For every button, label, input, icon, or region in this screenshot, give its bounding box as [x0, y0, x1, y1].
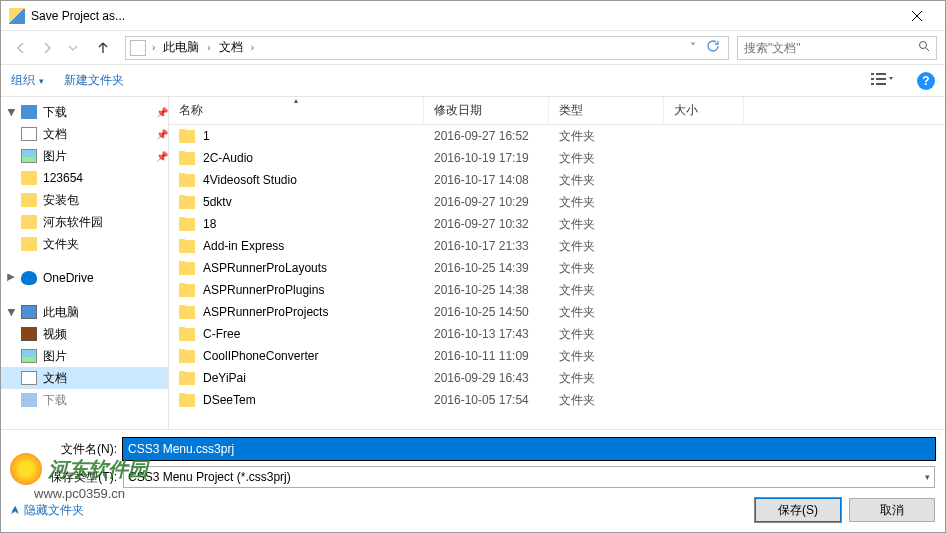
- search-input[interactable]: [744, 41, 918, 55]
- file-list[interactable]: ▴名称 修改日期 类型 大小 12016-09-27 16:52文件夹2C-Au…: [169, 97, 945, 429]
- chevron-down-icon: [68, 43, 78, 53]
- sidebar-item-123654[interactable]: 123654: [1, 167, 168, 189]
- list-header: ▴名称 修改日期 类型 大小: [169, 97, 945, 125]
- downloads-icon: [21, 393, 37, 407]
- folder-icon: [21, 193, 37, 207]
- file-name: ASPRunnerProProjects: [203, 305, 328, 319]
- file-type: 文件夹: [549, 260, 664, 277]
- file-type: 文件夹: [549, 370, 664, 387]
- sidebar-item-install[interactable]: 安装包: [1, 189, 168, 211]
- file-name: ASPRunnerProLayouts: [203, 261, 327, 275]
- file-type: 文件夹: [549, 392, 664, 409]
- breadcrumb-dropdown[interactable]: ˅: [686, 41, 700, 55]
- file-date: 2016-10-11 11:09: [424, 349, 549, 363]
- picture-icon: [21, 149, 37, 163]
- sidebar-item-onedrive[interactable]: ⯈OneDrive: [1, 267, 168, 289]
- list-item[interactable]: 4Videosoft Studio2016-10-17 14:08文件夹: [169, 169, 945, 191]
- filetype-select[interactable]: CSS3 Menu Project (*.css3prj) ▾: [123, 466, 935, 488]
- sidebar[interactable]: ⯆下载📌 文档📌 图片📌 123654 安装包 河东软件园 文件夹 ⯈OneDr…: [1, 97, 169, 429]
- sidebar-item-pictures[interactable]: 图片📌: [1, 145, 168, 167]
- svg-rect-5: [871, 83, 874, 85]
- file-date: 2016-09-27 10:32: [424, 217, 549, 231]
- window-title: Save Project as...: [31, 9, 897, 23]
- refresh-button[interactable]: [702, 39, 724, 56]
- sidebar-item-folder[interactable]: 文件夹: [1, 233, 168, 255]
- chevron-right-icon: ›: [247, 42, 258, 53]
- file-date: 2016-10-25 14:38: [424, 283, 549, 297]
- file-date: 2016-10-17 14:08: [424, 173, 549, 187]
- column-name[interactable]: ▴名称: [169, 97, 424, 124]
- list-item[interactable]: ASPRunnerProProjects2016-10-25 14:50文件夹: [169, 301, 945, 323]
- breadcrumb[interactable]: › 此电脑 › 文档 › ˅: [125, 36, 729, 60]
- file-name: DeYiPai: [203, 371, 246, 385]
- nav-forward-button[interactable]: [35, 36, 59, 60]
- file-type: 文件夹: [549, 326, 664, 343]
- column-size[interactable]: 大小: [664, 97, 744, 124]
- file-name: 2C-Audio: [203, 151, 253, 165]
- location-icon: [130, 40, 146, 56]
- list-item[interactable]: CoolIPhoneConverter2016-10-11 11:09文件夹: [169, 345, 945, 367]
- new-folder-button[interactable]: 新建文件夹: [64, 72, 124, 89]
- document-icon: [21, 127, 37, 141]
- cancel-button[interactable]: 取消: [849, 498, 935, 522]
- sidebar-item-docs2[interactable]: 文档: [1, 367, 168, 389]
- file-type: 文件夹: [549, 282, 664, 299]
- view-button[interactable]: [867, 70, 897, 91]
- folder-icon: [179, 394, 195, 407]
- folder-icon: [21, 237, 37, 251]
- sidebar-item-thispc[interactable]: ⯆此电脑: [1, 301, 168, 323]
- file-name: Add-in Express: [203, 239, 284, 253]
- breadcrumb-thispc[interactable]: 此电脑: [161, 39, 201, 56]
- hide-folders-button[interactable]: ⮝ 隐藏文件夹: [11, 502, 84, 519]
- sidebar-item-docs[interactable]: 文档📌: [1, 123, 168, 145]
- list-item[interactable]: DeYiPai2016-09-29 16:43文件夹: [169, 367, 945, 389]
- arrow-left-icon: [13, 40, 29, 56]
- sort-asc-icon: ▴: [294, 97, 298, 105]
- folder-icon: [21, 215, 37, 229]
- help-button[interactable]: ?: [917, 72, 935, 90]
- list-item[interactable]: DSeeTem2016-10-05 17:54文件夹: [169, 389, 945, 411]
- search-box[interactable]: [737, 36, 937, 60]
- nav-recent-button[interactable]: [61, 36, 85, 60]
- chevron-down-icon: ▾: [39, 76, 44, 86]
- sidebar-item-video[interactable]: 视频: [1, 323, 168, 345]
- thispc-icon: [21, 305, 37, 319]
- list-item[interactable]: 12016-09-27 16:52文件夹: [169, 125, 945, 147]
- file-type: 文件夹: [549, 172, 664, 189]
- sidebar-item-downloads2[interactable]: 下载: [1, 389, 168, 411]
- folder-icon: [179, 306, 195, 319]
- list-item[interactable]: 182016-09-27 10:32文件夹: [169, 213, 945, 235]
- filetype-value: CSS3 Menu Project (*.css3prj): [128, 470, 291, 484]
- sidebar-item-hedong[interactable]: 河东软件园: [1, 211, 168, 233]
- close-button[interactable]: [897, 2, 937, 30]
- list-item[interactable]: 5dktv2016-09-27 10:29文件夹: [169, 191, 945, 213]
- folder-icon: [179, 328, 195, 341]
- list-item[interactable]: ASPRunnerProPlugins2016-10-25 14:38文件夹: [169, 279, 945, 301]
- list-item[interactable]: 2C-Audio2016-10-19 17:19文件夹: [169, 147, 945, 169]
- pin-icon: 📌: [156, 151, 168, 162]
- app-icon: [9, 8, 25, 24]
- list-item[interactable]: C-Free2016-10-13 17:43文件夹: [169, 323, 945, 345]
- svg-rect-3: [871, 78, 874, 80]
- file-name: 18: [203, 217, 216, 231]
- list-item[interactable]: Add-in Express2016-10-17 21:33文件夹: [169, 235, 945, 257]
- search-icon: [918, 40, 930, 55]
- downloads-icon: [21, 105, 37, 119]
- nav-back-button[interactable]: [9, 36, 33, 60]
- expand-icon: ⯆: [7, 307, 16, 317]
- video-icon: [21, 327, 37, 341]
- column-date[interactable]: 修改日期: [424, 97, 549, 124]
- sidebar-item-pictures2[interactable]: 图片: [1, 345, 168, 367]
- file-type: 文件夹: [549, 150, 664, 167]
- column-type[interactable]: 类型: [549, 97, 664, 124]
- save-button[interactable]: 保存(S): [755, 498, 841, 522]
- breadcrumb-docs[interactable]: 文档: [217, 39, 245, 56]
- folder-icon: [179, 262, 195, 275]
- nav-up-button[interactable]: [91, 36, 115, 60]
- help-icon: ?: [922, 74, 929, 88]
- list-item[interactable]: ASPRunnerProLayouts2016-10-25 14:39文件夹: [169, 257, 945, 279]
- filename-input[interactable]: [123, 438, 935, 460]
- file-date: 2016-09-27 10:29: [424, 195, 549, 209]
- organize-button[interactable]: 组织 ▾: [11, 72, 44, 89]
- sidebar-item-downloads[interactable]: ⯆下载📌: [1, 101, 168, 123]
